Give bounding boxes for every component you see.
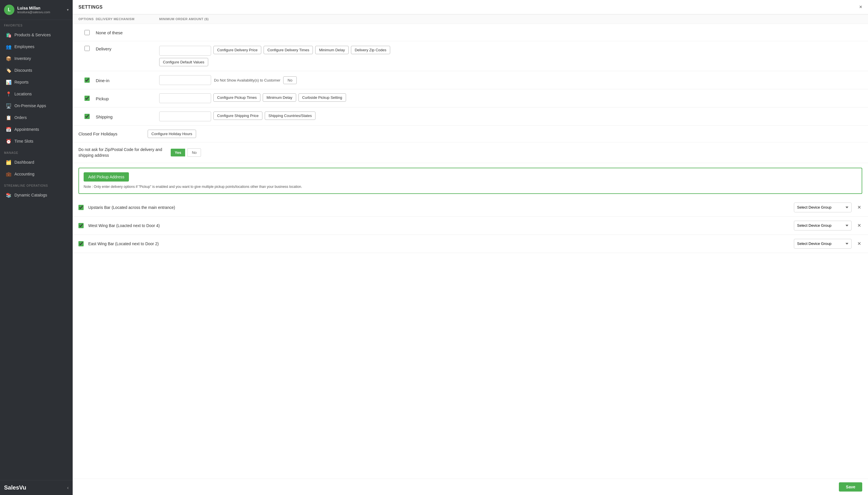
sidebar-item-appointments[interactable]: 📅Appointments [2, 124, 71, 135]
add-pickup-note: Note : Only enter delivery options if "P… [84, 184, 857, 189]
sidebar-item-label-products: Products & Services [14, 33, 51, 37]
sidebar-item-reports[interactable]: 📊Reports [2, 76, 71, 88]
checkbox-shipping-input[interactable] [84, 114, 90, 119]
sidebar-item-label-orders: Orders [14, 115, 27, 120]
close-button[interactable]: × [859, 4, 862, 10]
appointments-icon: 📅 [6, 126, 12, 132]
row-dine-in: Dine-in Do Not Show Availability(s) to C… [73, 71, 868, 89]
user-profile[interactable]: L Luisa Millan tessitura@salesvu.com ▾ [0, 0, 73, 20]
checkbox-dine-in[interactable] [79, 78, 96, 83]
sidebar-item-label-appointments: Appointments [14, 127, 39, 132]
checkbox-shipping[interactable] [79, 114, 96, 119]
sidebar-item-label-dynamic-catalogs: Dynamic Catalogs [14, 193, 47, 198]
checkbox-dine-in-input[interactable] [84, 78, 90, 83]
no-badge[interactable]: No [283, 76, 297, 84]
user-info: Luisa Millan tessitura@salesvu.com [17, 6, 64, 14]
sidebar-item-label-accounting: Accounting [14, 172, 34, 176]
checkbox-none-input[interactable] [84, 30, 90, 35]
row-pickup: Pickup Configure Pickup Times Minimum De… [73, 89, 868, 107]
delete-location-button-loc2[interactable]: ✕ [856, 222, 862, 229]
sidebar-section-favorites: FAVORITES [0, 20, 73, 29]
sidebar-item-label-onpremise: On-Premise Apps [14, 103, 46, 108]
sidebar-item-discounts[interactable]: 🏷️Discounts [2, 65, 71, 76]
minimum-delay-delivery-button[interactable]: Minimum Delay [315, 46, 349, 54]
configure-pickup-times-button[interactable]: Configure Pickup Times [213, 93, 260, 102]
checkbox-pickup[interactable] [79, 96, 96, 101]
add-pickup-section: Add Pickup Address Note : Only enter del… [79, 168, 862, 194]
checkbox-delivery[interactable] [79, 46, 96, 51]
sidebar-item-inventory[interactable]: 📦Inventory [2, 53, 71, 64]
label-dine-in: Dine-in [96, 78, 159, 83]
add-pickup-address-button[interactable]: Add Pickup Address [84, 172, 129, 182]
sidebar-item-orders[interactable]: 📋Orders [2, 112, 71, 123]
configure-holiday-hours-button[interactable]: Configure Holiday Hours [148, 130, 196, 138]
shipping-min-order-input[interactable] [159, 112, 211, 121]
sidebar-section-streamline-operations: STREAMLINE OPERATIONS [0, 180, 73, 189]
delivery-zip-codes-button[interactable]: Delivery Zip Codes [351, 46, 390, 54]
sidebar-item-locations[interactable]: 📍Locations [2, 88, 71, 100]
sidebar-item-label-timeslots: Time Slots [14, 139, 33, 143]
checkbox-none[interactable] [79, 30, 96, 35]
zip-postal-label: Do not ask for Zip/Postal Code for deliv… [79, 147, 165, 158]
configure-delivery-price-button[interactable]: Configure Delivery Price [213, 46, 261, 54]
sidebar-item-timeslots[interactable]: ⏰Time Slots [2, 135, 71, 147]
sidebar-item-dynamic-catalogs[interactable]: 📚Dynamic Catalogs [2, 189, 71, 201]
device-group-select-loc1[interactable]: Select Device Group [794, 203, 852, 212]
checkbox-loc1[interactable] [79, 205, 84, 210]
configure-default-values-button[interactable]: Configure Default Values [159, 58, 208, 66]
delivery-actions-row1: Configure Delivery Price Configure Deliv… [159, 46, 862, 56]
sidebar-item-label-employees: Employees [14, 45, 34, 49]
curbside-pickup-button[interactable]: Curbside Pickup Setting [298, 93, 346, 102]
pickup-locations-container: Upstaris Bar (Located across the main en… [73, 199, 868, 253]
holidays-label: Closed For Holidays [79, 131, 142, 136]
settings-title: SETTINGS [79, 5, 103, 10]
sidebar-item-label-inventory: Inventory [14, 56, 31, 61]
configure-shipping-price-button[interactable]: Configure Shipping Price [213, 112, 262, 120]
pickup-min-order-input[interactable] [159, 93, 211, 103]
device-group-select-loc3[interactable]: Select Device Group [794, 239, 852, 249]
checkbox-loc2[interactable] [79, 223, 84, 228]
sidebar-item-label-locations: Locations [14, 92, 32, 96]
dine-in-min-order-input[interactable] [159, 75, 211, 85]
location-name-loc3: East Wing Bar (Located next to Door 2) [88, 241, 789, 246]
shipping-countries-button[interactable]: Shipping Countries/States [265, 112, 315, 120]
zip-no-button[interactable]: No [187, 148, 201, 157]
minimum-delay-pickup-button[interactable]: Minimum Delay [263, 93, 296, 102]
sidebar-section-manage: MANAGE [0, 147, 73, 156]
checkbox-delivery-input[interactable] [84, 46, 90, 51]
settings-panel: SETTINGS × OPTIONS DELIVERY MECHANISM MI… [73, 0, 868, 495]
row-shipping: Shipping Configure Shipping Price Shippi… [73, 107, 868, 126]
dynamic-catalogs-icon: 📚 [6, 192, 12, 198]
zip-toggle: Yes No [171, 148, 201, 157]
zip-postal-row: Do not ask for Zip/Postal Code for deliv… [73, 142, 868, 163]
checkbox-pickup-input[interactable] [84, 96, 90, 101]
sidebar-item-accounting[interactable]: 💼Accounting [2, 168, 71, 180]
chevron-down-icon: ▾ [67, 8, 69, 12]
label-shipping: Shipping [96, 114, 159, 119]
reports-icon: 📊 [6, 79, 12, 85]
label-pickup: Pickup [96, 96, 159, 101]
zip-yes-button[interactable]: Yes [171, 149, 185, 156]
sidebar-bottom: SalesVu ‹ [0, 480, 73, 495]
delete-location-button-loc3[interactable]: ✕ [856, 240, 862, 248]
sidebar-item-onpremise[interactable]: 🖥️On-Premise Apps [2, 100, 71, 112]
delete-location-button-loc1[interactable]: ✕ [856, 203, 862, 211]
col-delivery-mechanism: DELIVERY MECHANISM [96, 17, 159, 21]
save-button[interactable]: Save [839, 482, 862, 492]
sidebar-item-employees[interactable]: 👥Employees [2, 41, 71, 52]
checkbox-loc3[interactable] [79, 241, 84, 246]
delivery-min-order-input[interactable] [159, 46, 211, 56]
sidebar-item-label-discounts: Discounts [14, 68, 32, 73]
sidebar-item-dashboard[interactable]: 🗂️Dashboard [2, 156, 71, 168]
accounting-icon: 💼 [6, 171, 12, 177]
sidebar-nav: FAVORITES🛍️Products & Services👥Employees… [0, 20, 73, 201]
label-delivery: Delivery [96, 46, 159, 51]
sidebar-item-label-reports: Reports [14, 80, 29, 84]
configure-delivery-times-button[interactable]: Configure Delivery Times [264, 46, 313, 54]
settings-body: OPTIONS DELIVERY MECHANISM MINIMUM ORDER… [73, 14, 868, 479]
collapse-icon[interactable]: ‹ [67, 485, 69, 490]
timeslots-icon: ⏰ [6, 138, 12, 144]
device-group-select-loc2[interactable]: Select Device Group [794, 221, 852, 231]
user-email: tessitura@salesvu.com [17, 11, 64, 14]
sidebar-item-products[interactable]: 🛍️Products & Services [2, 29, 71, 40]
